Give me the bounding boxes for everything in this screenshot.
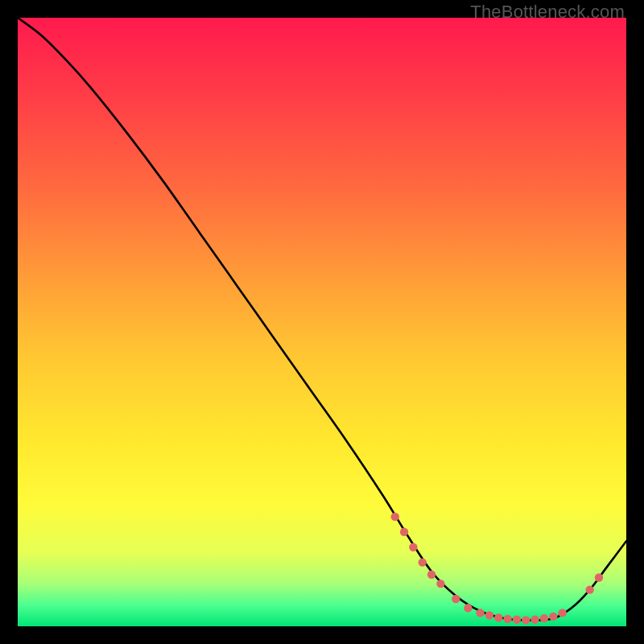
marker-dot bbox=[522, 616, 530, 624]
marker-dot bbox=[558, 609, 566, 617]
marker-dot bbox=[409, 543, 417, 551]
marker-dot bbox=[494, 613, 502, 621]
marker-dot bbox=[530, 615, 539, 623]
chart-frame bbox=[18, 18, 626, 626]
marker-dot bbox=[452, 595, 460, 603]
marker-dot bbox=[485, 611, 493, 619]
marker-dot bbox=[476, 609, 484, 617]
marker-dot bbox=[391, 513, 399, 521]
marker-dot bbox=[549, 613, 557, 621]
marker-dot bbox=[400, 528, 408, 536]
marker-dot bbox=[585, 585, 593, 593]
bottleneck-chart bbox=[18, 18, 626, 626]
marker-dot bbox=[419, 558, 427, 566]
marker-dot bbox=[436, 580, 444, 588]
marker-dot bbox=[464, 604, 472, 612]
marker-dot bbox=[540, 614, 548, 622]
marker-dot bbox=[595, 573, 603, 581]
marker-dot bbox=[513, 615, 521, 623]
marker-dot bbox=[427, 571, 436, 579]
marker-dot bbox=[503, 615, 511, 623]
